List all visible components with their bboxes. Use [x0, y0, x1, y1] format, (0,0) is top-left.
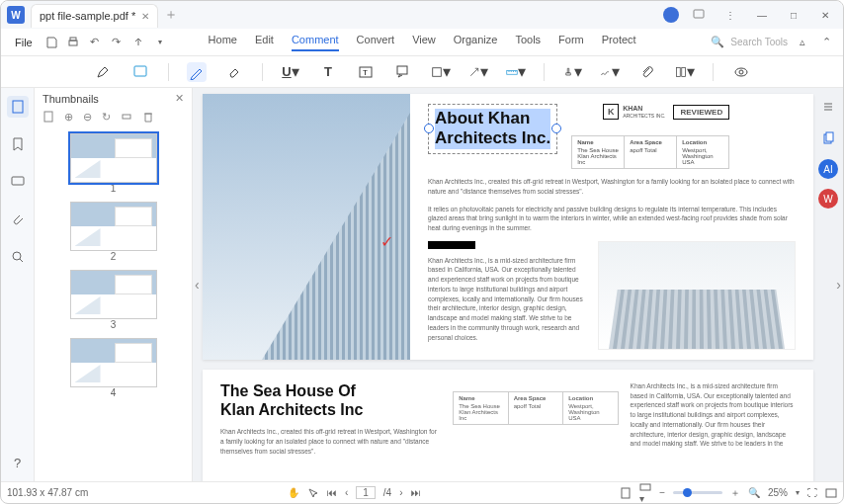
- thumb-zoomout-icon[interactable]: ⊖: [83, 111, 92, 124]
- hand-tool-icon[interactable]: ✋: [288, 487, 299, 498]
- attachment-tool-icon[interactable]: [637, 62, 657, 82]
- callout-tool-icon[interactable]: [393, 62, 413, 82]
- stamp-tool-icon[interactable]: ▾: [562, 62, 582, 82]
- zoom-out-icon[interactable]: −: [659, 487, 665, 498]
- hide-tool-icon[interactable]: [731, 62, 751, 82]
- svg-rect-14: [12, 177, 24, 185]
- arrow-tool-icon[interactable]: ▾: [468, 62, 488, 82]
- fit-page-icon[interactable]: [620, 487, 632, 499]
- menu-view[interactable]: View: [412, 34, 436, 51]
- maximize-button[interactable]: □: [782, 3, 805, 27]
- share-icon[interactable]: [129, 34, 147, 51]
- statusbar: 101.93 x 47.87 cm ✋ ⏮ ‹ 1 /4 › ⏭ ▾ − ＋ 🔍…: [1, 481, 843, 503]
- redo-icon[interactable]: ↷: [108, 34, 126, 51]
- underline-tool-icon[interactable]: U▾: [281, 62, 300, 82]
- pencil-tool-icon[interactable]: [187, 62, 207, 82]
- freehand-mark[interactable]: ✓: [380, 232, 393, 251]
- minimize-button[interactable]: —: [750, 3, 774, 27]
- thumb-zoomin-icon[interactable]: ⊕: [64, 111, 73, 124]
- print-icon[interactable]: [64, 34, 82, 51]
- panel-close-icon[interactable]: ✕: [175, 92, 184, 105]
- last-page-icon[interactable]: ⏭: [411, 487, 421, 498]
- file-menu[interactable]: File: [9, 37, 39, 48]
- svg-rect-16: [44, 112, 52, 122]
- menu-edit[interactable]: Edit: [255, 34, 274, 51]
- svg-rect-10: [682, 67, 686, 76]
- ai-button[interactable]: AI: [818, 159, 838, 179]
- thumb-delete-icon[interactable]: [142, 111, 154, 124]
- thumbnails-tab-icon[interactable]: [7, 96, 29, 118]
- bookmarks-tab-icon[interactable]: [7, 133, 29, 155]
- first-page-icon[interactable]: ⏮: [327, 487, 337, 498]
- svg-rect-13: [13, 101, 23, 113]
- text-tool-icon[interactable]: T: [318, 62, 338, 82]
- search-input[interactable]: Search Tools: [730, 37, 788, 47]
- menu-convert[interactable]: Convert: [357, 34, 395, 51]
- menu-comment[interactable]: Comment: [292, 34, 339, 51]
- menu-protect[interactable]: Protect: [602, 34, 636, 51]
- prev-page-arrow[interactable]: ‹: [195, 277, 200, 293]
- select-tool-icon[interactable]: [307, 487, 319, 499]
- collapse-ribbon-icon[interactable]: ⌃: [817, 34, 835, 51]
- menubar-chevron-icon[interactable]: ▾: [151, 34, 169, 51]
- zoom-dropdown-icon[interactable]: 🔍: [748, 487, 760, 498]
- thumb-add-icon[interactable]: [42, 111, 54, 124]
- thumbnail-2[interactable]: 2: [35, 202, 192, 262]
- comments-tab-icon[interactable]: [7, 171, 29, 193]
- menu-organize[interactable]: Organize: [454, 34, 498, 51]
- selected-text-box[interactable]: About Khan Architects Inc.: [428, 104, 557, 154]
- compare-tool-icon[interactable]: ▾: [675, 62, 695, 82]
- more-icon[interactable]: ⋮: [718, 3, 742, 27]
- svg-rect-17: [123, 115, 130, 119]
- shape-tool-icon[interactable]: ▾: [431, 62, 451, 82]
- measure-tool-icon[interactable]: ▾: [506, 62, 526, 82]
- search-icon[interactable]: 🔍: [711, 36, 724, 48]
- thumb-rotate-icon[interactable]: ↻: [102, 111, 111, 124]
- search-tab-icon[interactable]: [7, 246, 29, 268]
- next-page-arrow[interactable]: ›: [836, 277, 841, 293]
- page2-info-table: NameThe Sea House Klan Architects Inc Ar…: [453, 391, 618, 425]
- copy-icon[interactable]: [817, 127, 839, 149]
- eraser-tool-icon[interactable]: [224, 62, 244, 82]
- cloud-icon[interactable]: ▵: [794, 34, 811, 51]
- page2-title-2: Klan Architects Inc: [220, 400, 441, 419]
- prev-page-icon[interactable]: ‹: [345, 487, 348, 498]
- zoom-in-icon[interactable]: ＋: [730, 486, 740, 500]
- fullscreen-icon[interactable]: ⛶: [807, 487, 817, 498]
- building-image: [203, 94, 410, 360]
- feedback-icon[interactable]: [687, 3, 711, 27]
- help-icon[interactable]: ?: [7, 452, 29, 473]
- menu-home[interactable]: Home: [209, 34, 237, 51]
- menu-form[interactable]: Form: [558, 34, 584, 51]
- document-tab[interactable]: ppt file-sample.pdf * ✕: [31, 4, 158, 28]
- highlight-tool-icon[interactable]: [93, 62, 113, 82]
- thumbnails-panel: Thumbnails ✕ ⊕ ⊖ ↻ 1 2 3 4: [35, 88, 193, 481]
- svg-rect-1: [69, 41, 77, 45]
- properties-icon[interactable]: [817, 96, 839, 118]
- menu-tools[interactable]: Tools: [515, 34, 541, 51]
- wps-button[interactable]: W: [818, 189, 838, 209]
- close-button[interactable]: ✕: [813, 3, 837, 27]
- undo-icon[interactable]: ↶: [86, 34, 104, 51]
- thumbnail-1[interactable]: 1: [35, 133, 192, 194]
- svg-point-15: [13, 252, 21, 260]
- paragraph-1: Khan Architects Inc., created this off-g…: [428, 177, 796, 197]
- thumbnail-3[interactable]: 3: [35, 270, 192, 330]
- tab-close-icon[interactable]: ✕: [141, 11, 149, 22]
- page-input[interactable]: 1: [356, 486, 376, 499]
- thumb-print-icon[interactable]: [121, 111, 132, 124]
- document-canvas[interactable]: ‹ › ✓ About Khan Architects Inc.: [193, 88, 843, 481]
- attachments-tab-icon[interactable]: [7, 209, 29, 230]
- zoom-slider[interactable]: [673, 491, 722, 494]
- heading-line1: About Khan: [435, 109, 550, 128]
- textbox-tool-icon[interactable]: T: [356, 62, 376, 82]
- signature-tool-icon[interactable]: ▾: [600, 62, 620, 82]
- note-tool-icon[interactable]: [130, 62, 150, 82]
- new-tab-button[interactable]: ＋: [164, 6, 178, 24]
- thumbnail-4[interactable]: 4: [35, 338, 192, 398]
- user-avatar[interactable]: [663, 7, 679, 23]
- next-page-icon[interactable]: ›: [399, 487, 402, 498]
- fit-width-icon[interactable]: ▾: [639, 481, 651, 504]
- read-mode-icon[interactable]: [825, 487, 837, 499]
- save-icon[interactable]: [42, 34, 60, 51]
